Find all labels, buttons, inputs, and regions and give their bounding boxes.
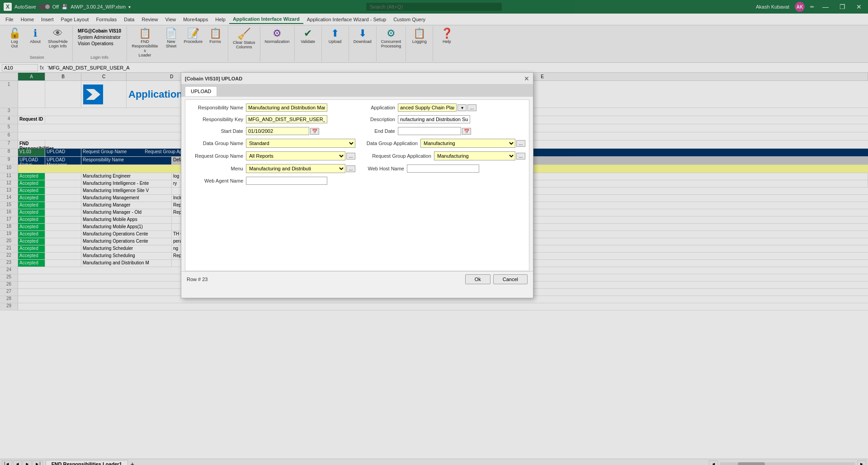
end-date-calendar[interactable]: 📅 <box>462 128 471 135</box>
dialog-close-button[interactable]: ✕ <box>524 75 529 82</box>
description-label: Description <box>359 117 395 122</box>
resp-name-row: Responsibility Name <box>189 103 355 112</box>
application-input[interactable] <box>398 103 457 112</box>
data-group-name-label: Data Group Name <box>189 141 243 146</box>
dialog-buttons: Ok Cancel <box>465 274 528 284</box>
start-date-input[interactable] <box>246 127 309 135</box>
menu-browse[interactable]: ... <box>346 165 355 172</box>
req-group-name-select[interactable]: All Reports <box>246 151 345 160</box>
ok-button[interactable]: Ok <box>465 274 491 284</box>
start-date-row: Start Date 📅 <box>189 127 355 135</box>
resp-key-input[interactable] <box>246 115 327 123</box>
req-group-name-row: Request Group Name All Reports ... <box>189 151 355 160</box>
req-group-name-browse[interactable]: ... <box>346 153 355 160</box>
data-group-app-label: Data Group Application <box>359 141 418 146</box>
data-group-name-row: Data Group Name Standard <box>189 139 355 148</box>
dialog-title: [Cobain VIS10] UPLOAD <box>185 76 242 81</box>
row-info: Row # 23 <box>187 277 208 282</box>
upload-dialog: [Cobain VIS10] UPLOAD ✕ UPLOAD Responsib… <box>181 72 533 298</box>
req-group-app-label: Request Group Application <box>359 153 431 159</box>
resp-key-row: Responsibility Key <box>189 115 355 123</box>
dialog-titlebar: [Cobain VIS10] UPLOAD ✕ <box>181 73 533 85</box>
menu-row: Menu Manufacturing and Distributi ... <box>189 164 355 173</box>
resp-name-input[interactable] <box>246 103 327 112</box>
start-date-label: Start Date <box>189 128 243 134</box>
description-input[interactable] <box>398 115 470 123</box>
end-date-label: End Date <box>359 128 395 134</box>
data-group-app-row: Data Group Application Manufacturing ... <box>359 139 525 148</box>
application-label: Application <box>359 105 395 110</box>
dialog-footer: Row # 23 Ok Cancel <box>181 271 533 287</box>
dialog-scroll-area[interactable]: Responsibility Name Application ▾ ... <box>185 99 529 271</box>
data-group-app-select[interactable]: Manufacturing <box>420 139 515 148</box>
menu-select[interactable]: Manufacturing and Distributi <box>246 164 345 173</box>
data-group-name-select[interactable]: Standard <box>246 139 355 148</box>
web-host-label: Web Host Name <box>359 166 404 171</box>
description-row: Description <box>359 115 525 123</box>
dialog-tab-bar: UPLOAD <box>181 85 533 97</box>
req-group-app-select[interactable]: Manufacturing <box>434 151 515 160</box>
dialog-overlay: [Cobain VIS10] UPLOAD ✕ UPLOAD Responsib… <box>0 0 868 465</box>
data-group-app-browse[interactable]: ... <box>516 140 525 147</box>
web-agent-input[interactable] <box>246 177 327 185</box>
web-agent-row: Web Agent Name <box>189 177 355 185</box>
dialog-tab-upload[interactable]: UPLOAD <box>185 86 217 96</box>
web-host-row: Web Host Name <box>359 164 525 173</box>
menu-label: Menu <box>189 166 243 171</box>
resp-name-label: Responsibility Name <box>189 105 243 110</box>
resp-key-label: Responsibility Key <box>189 117 243 122</box>
start-date-calendar[interactable]: 📅 <box>310 128 319 135</box>
req-group-app-row: Request Group Application Manufacturing … <box>359 151 525 160</box>
application-row: Application ▾ ... <box>359 103 525 112</box>
application-dropdown[interactable]: ▾ <box>458 104 467 111</box>
web-host-input[interactable] <box>407 164 479 173</box>
application-browse[interactable]: ... <box>467 104 476 111</box>
cancel-button[interactable]: Cancel <box>493 274 528 284</box>
end-date-input[interactable] <box>398 127 461 135</box>
req-group-app-browse[interactable]: ... <box>516 153 525 160</box>
req-group-name-label: Request Group Name <box>189 153 243 159</box>
dialog-form-content: Responsibility Name Application ▾ ... <box>185 100 529 192</box>
end-date-row: End Date 📅 <box>359 127 525 135</box>
web-agent-label: Web Agent Name <box>189 178 243 183</box>
